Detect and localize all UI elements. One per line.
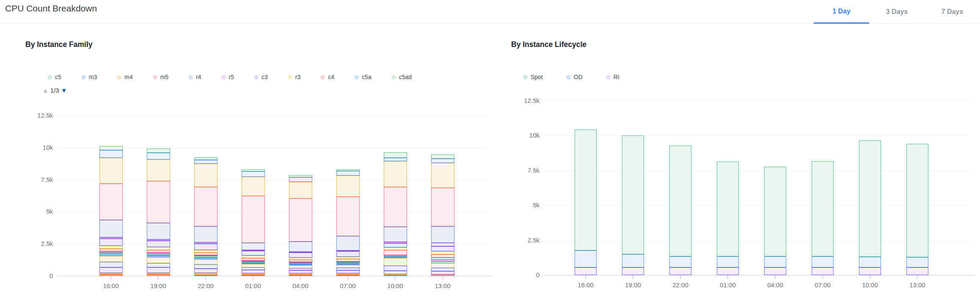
- bar-07:00: [336, 116, 360, 276]
- bar-16:00: [99, 116, 123, 276]
- bar-segment: [99, 184, 123, 220]
- x-axis-label: 04:00: [286, 282, 315, 290]
- x-axis-tick: [395, 276, 396, 280]
- bar-segment: [336, 265, 360, 268]
- bar-segment: [764, 167, 786, 256]
- x-axis-line: [57, 276, 492, 276]
- bar-segment: [194, 269, 217, 273]
- bar-segment: [147, 223, 170, 239]
- x-axis-tick: [205, 276, 206, 280]
- bar-segment: [764, 256, 786, 267]
- bar-segment: [622, 267, 644, 275]
- bar-segment: [336, 251, 360, 257]
- bar-segment: [242, 264, 265, 267]
- x-axis-tick: [822, 275, 823, 279]
- bar-segment: [812, 256, 834, 267]
- x-axis-tick: [253, 276, 253, 280]
- bar-segment: [431, 159, 454, 163]
- bar-segment: [147, 181, 170, 223]
- bar-segment: [289, 275, 312, 276]
- bar-segment: [336, 197, 360, 236]
- bar-19:00: [147, 116, 170, 276]
- bar-segment: [431, 163, 454, 188]
- bar-segment: [99, 146, 123, 150]
- bar-segment: [575, 267, 597, 275]
- x-axis-label: 10:00: [380, 282, 410, 290]
- bar-segment: [194, 275, 217, 276]
- bar-segment: [336, 176, 360, 196]
- bar-segment: [717, 267, 739, 275]
- x-axis-label: 16:00: [96, 282, 126, 290]
- bar-segment: [336, 275, 360, 276]
- tab-7-days[interactable]: 7 Days: [925, 0, 980, 24]
- bar-segment: [336, 270, 360, 273]
- tab-3-days[interactable]: 3 Days: [869, 0, 925, 24]
- bar-segment: [194, 160, 217, 164]
- bar-segment: [384, 243, 407, 248]
- bar-segment: [431, 188, 454, 227]
- x-axis-tick: [585, 275, 586, 279]
- bar-segment: [717, 256, 739, 267]
- x-axis-tick: [727, 275, 728, 279]
- y-axis-label: 10k: [510, 131, 540, 140]
- x-axis-tick: [110, 276, 111, 280]
- x-axis-label: 07:00: [808, 281, 837, 289]
- bar-segment: [431, 275, 454, 276]
- bar-segment: [431, 254, 454, 258]
- bar-segment: [242, 243, 265, 250]
- bar-segment: [859, 267, 881, 275]
- bar-22:00: [669, 101, 691, 275]
- x-axis-tick: [442, 276, 443, 280]
- bar-segment: [242, 275, 265, 276]
- y-axis-label: 0: [23, 272, 53, 280]
- bar-segment: [289, 182, 312, 198]
- bar-segment: [384, 266, 407, 271]
- bar-segment: [336, 171, 360, 176]
- bar-segment: [289, 270, 312, 273]
- bar-segment: [242, 177, 265, 196]
- y-axis-label: 12.5k: [510, 96, 540, 105]
- bar-segment: [669, 146, 691, 256]
- bar-segment: [431, 263, 454, 268]
- tab-1-day[interactable]: 1 Day: [814, 0, 869, 24]
- bar-04:00: [289, 116, 312, 276]
- y-axis-label: 5k: [510, 201, 540, 209]
- y-axis-label: 12.5k: [23, 111, 53, 120]
- instance-lifecycle-panel: By Instance Lifecycle SpotODRI 02.5k5k7.…: [490, 24, 980, 297]
- x-axis-tick: [347, 276, 348, 280]
- bar-segment: [575, 129, 597, 251]
- bar-segment: [242, 196, 265, 242]
- bar-10:00: [859, 101, 881, 275]
- x-axis-label: 22:00: [666, 281, 695, 289]
- bar-segment: [906, 257, 928, 267]
- bar-segment: [669, 267, 691, 275]
- x-axis-label: 19:00: [618, 281, 648, 289]
- bar-segment: [99, 246, 123, 249]
- bar-segment: [384, 271, 407, 274]
- y-axis-label: 2.5k: [23, 239, 53, 248]
- bar-segment: [147, 160, 170, 182]
- header: CPU Count Breakdown 1 Day 3 Days 7 Days: [0, 0, 980, 24]
- y-axis-label: 5k: [23, 207, 53, 216]
- bar-segment: [575, 250, 597, 267]
- time-range-tabs: 1 Day 3 Days 7 Days: [814, 0, 980, 24]
- x-axis-label: 07:00: [333, 282, 363, 290]
- y-axis-label: 7.5k: [23, 176, 53, 184]
- x-axis-line: [544, 275, 974, 275]
- bar-segment: [906, 144, 928, 258]
- x-axis-label: 10:00: [855, 281, 885, 289]
- bar-segment: [194, 226, 217, 242]
- page-title: CPU Count Breakdown: [5, 3, 97, 14]
- bar-22:00: [194, 116, 217, 276]
- x-axis-label: 13:00: [428, 282, 457, 290]
- bar-segment: [194, 259, 217, 265]
- bar-segment: [431, 268, 454, 271]
- family-chart-plot: 02.5k5k7.5k10k12.5k16:0019:0022:0001:000…: [0, 24, 490, 297]
- bar-19:00: [622, 101, 644, 275]
- bar-segment: [194, 244, 217, 250]
- y-axis-label: 10k: [23, 143, 53, 152]
- bar-segment: [99, 267, 123, 273]
- bar-segment: [622, 135, 644, 254]
- y-axis-label: 2.5k: [510, 236, 540, 245]
- bar-segment: [384, 227, 407, 242]
